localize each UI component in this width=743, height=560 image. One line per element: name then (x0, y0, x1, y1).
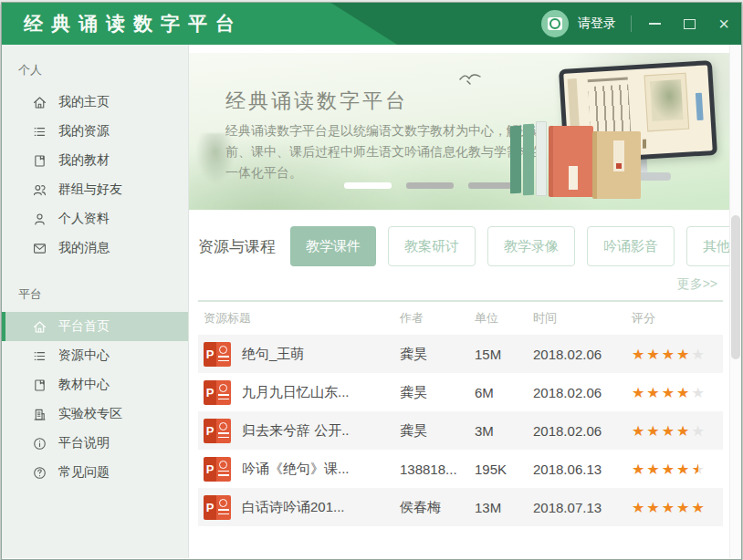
sidebar-item-my-messages[interactable]: 我的消息 (2, 233, 188, 263)
building-icon (32, 407, 47, 422)
carousel-dot-3[interactable] (468, 182, 516, 189)
tab-lesson-plan-discussion[interactable]: 教案研讨 (388, 226, 476, 266)
book-icon (32, 378, 47, 393)
sidebar-item-platform-home[interactable]: 平台首页 (2, 312, 188, 341)
app-window: 经典诵读数字平台 请登录 × 个人 我的主页 我的资源 (1, 2, 742, 560)
section-title: 资源与课程 (198, 236, 276, 257)
resource-size: 6M (475, 385, 533, 400)
resource-rating: ★★★★★ (632, 422, 723, 440)
resource-date: 2018.06.13 (533, 461, 632, 477)
resource-title: 归去来兮辞 公开.. (242, 422, 350, 440)
book-orange (549, 126, 593, 197)
sidebar-item-label: 我的主页 (58, 94, 110, 110)
carousel-dot-2[interactable] (406, 182, 454, 189)
resource-author: 龚昊 (400, 422, 475, 440)
login-button[interactable]: 请登录 (578, 16, 616, 32)
sidebar-item-my-textbooks[interactable]: 我的教材 (2, 146, 188, 175)
list-icon (32, 124, 47, 140)
mail-icon (32, 241, 47, 256)
maximize-icon (684, 19, 696, 29)
resource-title-cell: P 九月九日忆山东... (198, 380, 400, 405)
close-button[interactable]: × (706, 3, 741, 45)
sidebar-item-textbook-center[interactable]: 教材中心 (2, 370, 188, 399)
main-panel: 经典诵读数字平台 经典诵读数字平台是以统编语文数字教材为中心，解决课前、课中、课… (189, 45, 741, 558)
table-row[interactable]: P 九月九日忆山东... 龚昊 6M 2018.02.06 ★★★★★ (198, 373, 723, 411)
powerpoint-icon: P (204, 380, 231, 405)
titlebar-divider (631, 16, 632, 32)
resource-title-cell: P 绝句_王萌 (198, 342, 400, 367)
sidebar-item-label: 我的资源 (58, 123, 110, 140)
tab-teaching-video[interactable]: 教学录像 (487, 226, 575, 266)
minimize-button[interactable] (637, 3, 672, 45)
resource-date: 2018.07.13 (533, 500, 632, 515)
vertical-scrollbar[interactable] (729, 45, 741, 558)
table-header: 资源标题 作者 单位 时间 评分 (198, 302, 723, 335)
tab-chanting-media[interactable]: 吟诵影音 (587, 226, 675, 266)
sidebar-section-platform: 平台 (2, 286, 188, 312)
sidebar-item-label: 平台首页 (58, 318, 110, 335)
header-author: 作者 (400, 310, 475, 327)
sidebar-item-label: 资源中心 (58, 347, 110, 364)
resource-title-cell: P 归去来兮辞 公开.. (198, 419, 400, 443)
sidebar-item-label: 教材中心 (58, 377, 110, 393)
table-row[interactable]: P 绝句_王萌 龚昊 15M 2018.02.06 ★★★★★ (198, 335, 723, 373)
table-row[interactable]: P 吟诵《绝句》课... 138818... 195K 2018.06.13 ★… (198, 450, 723, 488)
sidebar-item-faq[interactable]: 常见问题 (2, 458, 188, 487)
sidebar-item-my-home[interactable]: 我的主页 (2, 88, 188, 117)
close-icon: × (718, 15, 729, 33)
app-title: 经典诵读数字平台 (2, 11, 243, 36)
sidebar-item-label: 个人资料 (58, 211, 110, 227)
resource-title-cell: P 白话诗吟诵201... (198, 495, 400, 520)
resource-rating: ★★★★★ (632, 461, 723, 478)
carousel-dot-1[interactable] (344, 182, 392, 189)
resource-size: 195K (475, 461, 533, 477)
powerpoint-icon: P (204, 342, 231, 367)
carousel-dots (344, 182, 516, 189)
user-avatar[interactable] (541, 10, 569, 37)
sidebar-item-label: 常见问题 (58, 464, 110, 481)
resource-size: 13M (475, 500, 533, 515)
resource-author: 侯春梅 (400, 499, 475, 516)
resource-author: 138818... (400, 461, 475, 477)
sidebar-item-platform-info[interactable]: 平台说明 (2, 429, 188, 458)
sidebar-item-profile[interactable]: 个人资料 (2, 204, 188, 233)
sidebar-section-personal: 个人 (2, 62, 188, 88)
book-spine (510, 126, 521, 194)
sidebar-item-experimental-school[interactable]: 实验校专区 (2, 399, 188, 429)
sidebar-item-resource-center[interactable]: 资源中心 (2, 341, 188, 370)
sidebar-item-groups-friends[interactable]: 群组与好友 (2, 175, 188, 204)
resource-date: 2018.02.06 (533, 423, 632, 439)
maximize-button[interactable] (672, 3, 706, 45)
powerpoint-icon: P (204, 495, 231, 520)
resources-table: 资源标题 作者 单位 时间 评分 P 绝句_王萌 龚昊 15M 2018.02.… (198, 302, 723, 526)
tab-teaching-courseware[interactable]: 教学课件 (290, 226, 376, 266)
resource-title-cell: P 吟诵《绝句》课... (198, 457, 400, 482)
resource-rating: ★★★★★ (632, 499, 723, 516)
resource-date: 2018.02.06 (533, 347, 632, 362)
sidebar-item-my-resources[interactable]: 我的资源 (2, 117, 188, 146)
table-row[interactable]: P 归去来兮辞 公开.. 龚昊 3M 2018.02.06 ★★★★★ (198, 411, 723, 450)
resources-header-row: 资源与课程 教学课件 教案研讨 教学录像 吟诵影音 其他 (198, 226, 723, 266)
banner-description: 经典诵读数字平台是以统编语文数字教材为中心，解决课前、课中、课后过程中师生语文吟… (225, 120, 547, 183)
more-row: 更多>> (189, 275, 717, 293)
table-row[interactable]: P 白话诗吟诵201... 侯春梅 13M 2018.07.13 ★★★★★ (198, 488, 723, 526)
sidebar-item-label: 群组与好友 (58, 181, 122, 198)
scrollbar-thumb[interactable] (731, 215, 740, 359)
resource-rating: ★★★★★ (632, 384, 723, 401)
powerpoint-icon: P (204, 419, 231, 443)
book-spine (536, 121, 547, 196)
resource-title: 吟诵《绝句》课... (242, 461, 350, 478)
users-icon (32, 182, 47, 198)
header-rating: 评分 (632, 310, 723, 327)
titlebar-right: 请登录 × (541, 3, 741, 45)
hero-banner: 经典诵读数字平台 经典诵读数字平台是以统编语文数字教材为中心，解决课前、课中、课… (189, 53, 729, 210)
resource-date: 2018.02.06 (533, 385, 632, 400)
header-time: 时间 (533, 310, 632, 327)
powerpoint-icon: P (204, 457, 231, 482)
sidebar: 个人 我的主页 我的资源 我的教材 群组与好友 个人资料 (2, 45, 189, 558)
more-link[interactable]: 更多>> (677, 276, 717, 291)
book-icon (32, 153, 47, 169)
info-icon (32, 436, 47, 451)
resource-rating: ★★★★★ (632, 346, 723, 363)
title-bar: 经典诵读数字平台 请登录 × (2, 3, 741, 45)
